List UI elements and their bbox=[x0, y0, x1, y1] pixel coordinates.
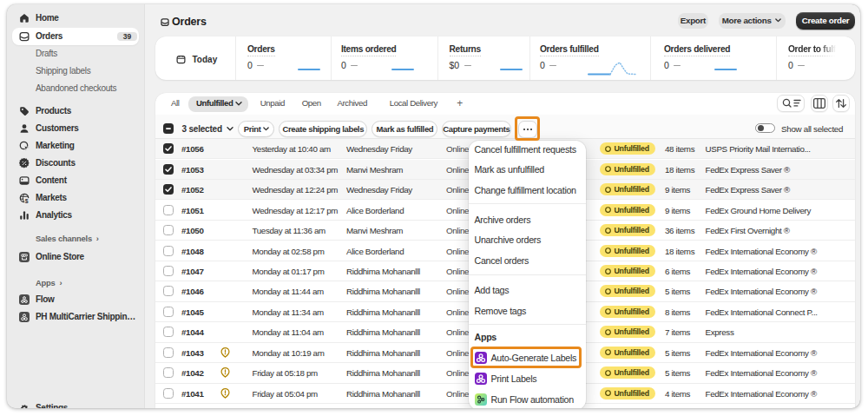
svg-text:$: $ bbox=[25, 198, 29, 203]
